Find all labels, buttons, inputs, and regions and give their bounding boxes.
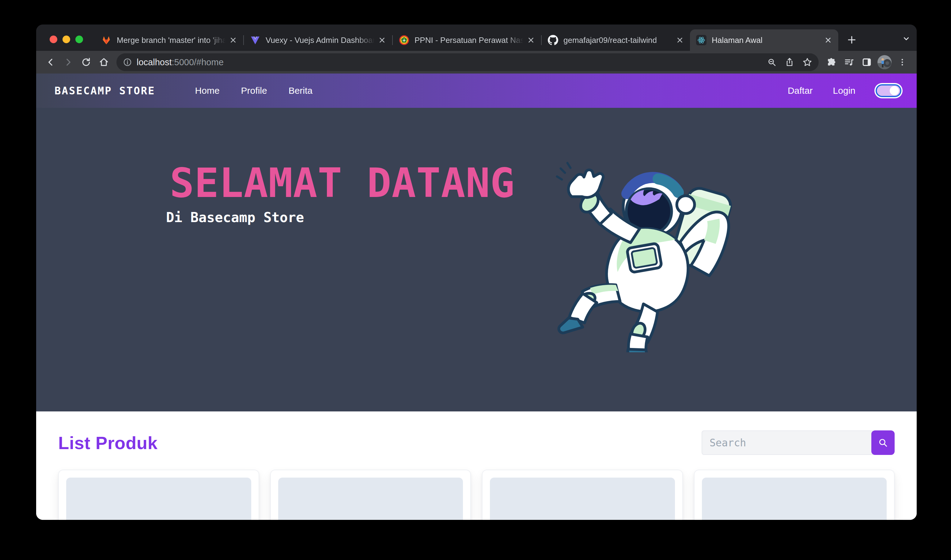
tab-vuexy[interactable]: Vuexy - Vuejs Admin Dashboard [244,29,392,51]
bookmark-star-icon[interactable] [799,53,816,71]
tab-title: Merge branch 'master' into 'jiha [117,35,228,45]
close-tab-icon[interactable] [526,35,536,45]
gitlab-icon [101,35,112,45]
astronaut-illustration [551,150,735,352]
ppni-icon [399,35,409,45]
product-image-placeholder [66,478,251,520]
search-button[interactable] [871,431,895,455]
site-navbar: BASECAMP STORE Home Profile Berita Dafta… [36,74,917,108]
tabs: Merge branch 'master' into 'jiha Vuexy -… [95,25,838,51]
nav-link-berita[interactable]: Berita [289,85,312,96]
close-tab-icon[interactable] [377,35,387,45]
home-icon[interactable] [95,53,113,71]
tab-github[interactable]: gemafajar09/react-tailwind [542,29,690,51]
tab-gitlab[interactable]: Merge branch 'master' into 'jiha [95,29,243,51]
tab-strip: Merge branch 'master' into 'jiha Vuexy -… [36,25,917,51]
page-content: BASECAMP STORE Home Profile Berita Dafta… [36,74,917,520]
tab-halaman-awal-active[interactable]: Halaman Awal [690,29,838,51]
traffic-lights [50,35,83,43]
site-info-icon[interactable] [123,57,132,67]
tab-ppni[interactable]: PPNI - Persatuan Perawat Nasio [393,29,541,51]
reload-icon[interactable] [77,53,95,71]
tab-title: gemafajar09/react-tailwind [563,35,675,45]
url-host: localhost [137,57,172,67]
zoom-out-icon[interactable] [763,53,781,71]
url-rest: :5000/#home [172,57,223,67]
theme-toggle[interactable] [876,84,901,97]
zoom-window-button[interactable] [75,35,83,43]
new-tab-button[interactable] [843,31,860,48]
close-tab-icon[interactable] [823,35,833,45]
share-icon[interactable] [781,53,799,71]
browser-toolbar: localhost:5000/#home [36,51,917,74]
nav-link-home[interactable]: Home [195,85,220,96]
side-panel-icon[interactable] [858,53,876,71]
browser-window: Merge branch 'master' into 'jiha Vuexy -… [36,25,917,520]
hero-subtitle: Di Basecamp Store [166,209,304,225]
nav-link-login[interactable]: Login [833,85,856,96]
site-brand: BASECAMP STORE [55,85,155,97]
products-section: List Produk [36,411,917,520]
omnibox-trailing-icons [763,53,816,71]
product-card[interactable] [270,470,471,520]
hero-section: SELAMAT DATANG Di Basecamp Store [36,108,917,411]
product-card-grid [58,470,895,520]
tab-title: PPNI - Persatuan Perawat Nasio [414,35,526,45]
search-group [702,431,895,455]
tab-title: Vuexy - Vuejs Admin Dashboard [266,35,377,45]
product-card[interactable] [58,470,259,520]
github-icon [548,35,558,45]
forward-icon[interactable] [60,53,77,71]
media-controls-icon[interactable] [840,53,858,71]
address-bar[interactable]: localhost:5000/#home [117,53,819,71]
nav-link-profile[interactable]: Profile [241,85,267,96]
url-text[interactable]: localhost:5000/#home [137,57,224,68]
product-card[interactable] [482,470,683,520]
browser-menu-icon[interactable] [893,53,911,71]
toggle-knob [890,86,899,95]
site-nav-actions: Daftar Login [788,84,901,97]
tab-search-chevron-icon[interactable] [899,31,914,46]
minimize-window-button[interactable] [63,35,70,43]
back-icon[interactable] [42,53,60,71]
close-window-button[interactable] [50,35,57,43]
close-tab-icon[interactable] [675,35,685,45]
products-header-row: List Produk [58,431,895,455]
profile-photo [877,55,891,69]
nav-link-daftar[interactable]: Daftar [788,85,813,96]
product-image-placeholder [702,478,887,520]
extensions-puzzle-icon[interactable] [822,53,840,71]
close-tab-icon[interactable] [228,35,239,45]
search-icon [878,437,888,448]
search-input[interactable] [702,431,873,455]
product-image-placeholder [278,478,463,520]
hero-title: SELAMAT DATANG [170,159,515,206]
react-icon [696,35,706,45]
vuexy-icon [250,35,260,45]
avatar[interactable] [876,53,893,71]
product-card[interactable] [694,470,895,520]
products-heading: List Produk [58,432,158,453]
product-image-placeholder [490,478,675,520]
tab-title: Halaman Awal [712,35,823,45]
site-nav-links: Home Profile Berita [195,85,312,96]
